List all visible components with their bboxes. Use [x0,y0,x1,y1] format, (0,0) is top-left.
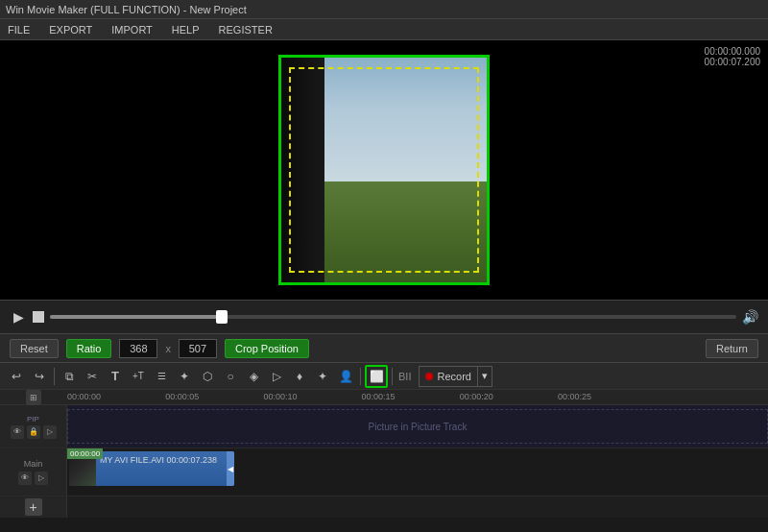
toolbar-separator-1 [54,368,55,385]
text-list-button[interactable]: ☰ [151,366,172,387]
ruler-mark-20: 00:00:20 [460,392,493,401]
crop-controls-bar: Reset Ratio x Crop Position Return [0,334,768,363]
stop-button[interactable] [33,311,44,323]
pip-track-content: Picture in Picture Track [67,405,768,447]
menu-export[interactable]: EXPORT [45,22,96,37]
height-input[interactable] [179,339,217,358]
main-track-row: Main 👁 ▷ MY AVI FILE.AVI 00:00:07.238 0 [0,448,768,496]
main-track-header: Main 👁 ▷ [0,448,67,496]
ruler-mark-10: 00:00:10 [263,392,297,401]
clip-duration: 00:00:07.238 [167,455,218,465]
menu-help[interactable]: HELP [168,22,204,37]
tracks-container: PIP 👁 🔒 ▷ Picture in Picture Track Main … [0,405,768,518]
playback-bar: ▶ 🔊 [0,300,768,334]
title-bar: Win Movie Maker (FULL FUNCTION) - New Pr… [0,0,768,19]
main-track-content: MY AVI FILE.AVI 00:00:07.238 00:00:00 [67,448,768,496]
crop-position-button[interactable]: Crop Position [225,339,309,358]
record-dropdown-button[interactable]: ▾ [477,366,492,387]
outside-view [324,58,487,282]
pip-eye-icon[interactable]: 👁 [11,425,24,439]
x-separator: x [165,343,171,354]
undo-button[interactable]: ↩ [6,366,27,387]
pip-track-header: PIP 👁 🔒 ▷ [0,405,67,447]
video-clip-info: MY AVI FILE.AVI 00:00:07.238 [100,455,217,465]
diamond-button[interactable]: ♦ [289,366,310,387]
dropdown-arrow: ▾ [482,370,488,382]
circle-button[interactable]: ○ [220,366,241,387]
menu-bar: FILE EXPORT IMPORT HELP REGISTER [0,19,768,40]
ruler-mark-25: 00:00:25 [558,392,591,401]
field-area [324,181,487,282]
menu-file[interactable]: FILE [4,22,34,37]
effects-button[interactable]: ✦ [174,366,195,387]
clip-name: MY AVI FILE.AVI [100,455,164,465]
ruler-area: 00:00:00 00:00:05 00:00:10 00:00:15 00:0… [67,390,768,404]
add-track-button[interactable]: + [25,498,42,516]
redo-button[interactable]: ↪ [29,366,50,387]
main-track-icons: 👁 ▷ [18,472,48,485]
play-tool-button[interactable]: ▷ [266,366,287,387]
volume-icon[interactable]: 🔊 [742,309,758,325]
return-button[interactable]: Return [706,339,758,358]
menu-import[interactable]: IMPORT [108,22,156,37]
pip-content-label: Picture in Picture Track [369,422,468,432]
sky-area [324,58,487,181]
filter-button[interactable]: ◈ [243,366,264,387]
record-button[interactable]: Record [419,366,476,387]
transition-button[interactable]: ⬡ [197,366,218,387]
main-eye-icon[interactable]: 👁 [18,472,32,485]
record-btn-group: Record ▾ [419,366,492,387]
crop-tool-button[interactable]: ⬜ [365,365,388,388]
toolbar: ↩ ↪ ⧉ ✂ T +T ☰ ✦ ⬡ ○ ◈ ▷ ♦ ✦ 👤 ⬜ BII Rec… [0,363,768,390]
pip-label: PIP [27,415,39,423]
pip-track-row: PIP 👁 🔒 ▷ Picture in Picture Track [0,405,768,448]
reset-button[interactable]: Reset [10,339,59,358]
ruler-mark-0: 00:00:00 [67,392,101,401]
timeline-track-icon[interactable]: ⊞ [26,390,41,405]
copy-button[interactable]: ⧉ [59,366,80,387]
add-track-row: + [0,496,768,518]
record-dot [425,373,433,380]
progress-bar[interactable] [50,315,736,319]
start-time-indicator: 00:00:00 [67,448,103,459]
timestamp-display: 00:00:00.000 00:00:07.200 [705,46,760,67]
car-interior [281,58,329,282]
toolbar-separator-3 [392,368,393,385]
pip-lock-icon[interactable]: 🔒 [27,425,40,439]
timeline-ruler: ⊞ 00:00:00 00:00:05 00:00:10 00:00:15 00… [0,390,768,405]
ruler-mark-5: 00:00:05 [165,392,199,401]
star-button[interactable]: ✦ [312,366,333,387]
toolbar-separator-2 [360,368,361,385]
text-add-button[interactable]: +T [128,366,149,387]
current-time: 00:00:00.000 [705,46,760,57]
add-track-header: + [0,496,67,518]
total-time: 00:00:07.200 [705,57,760,67]
text-button[interactable]: T [105,366,126,387]
cut-button[interactable]: ✂ [82,366,103,387]
menu-register[interactable]: REGISTER [215,22,276,37]
progress-fill [50,315,222,319]
preview-area: 00:00:00.000 00:00:07.200 [0,40,768,300]
person-button[interactable]: 👤 [335,366,356,387]
video-inner [281,58,487,282]
timeline-header-left: ⊞ [0,390,67,405]
main-track-label: Main [24,459,43,470]
play-button[interactable]: ▶ [10,308,27,326]
app-title: Win Movie Maker (FULL FUNCTION) - New Pr… [6,4,247,15]
video-preview [278,55,490,285]
timeline-area: ⊞ 00:00:00 00:00:05 00:00:10 00:00:15 00… [0,390,768,518]
ruler-mark-15: 00:00:15 [362,392,396,401]
main-play-icon[interactable]: ▷ [35,472,48,485]
width-input[interactable] [119,339,157,358]
clip-end-handle[interactable] [227,451,234,486]
pip-add-icon[interactable]: ▷ [43,425,57,439]
record-label: Record [437,371,470,382]
bii-label: BII [398,371,411,382]
pip-track-icons: 👁 🔒 ▷ [11,425,57,439]
ratio-label: Ratio [66,339,112,358]
progress-thumb [216,310,228,324]
